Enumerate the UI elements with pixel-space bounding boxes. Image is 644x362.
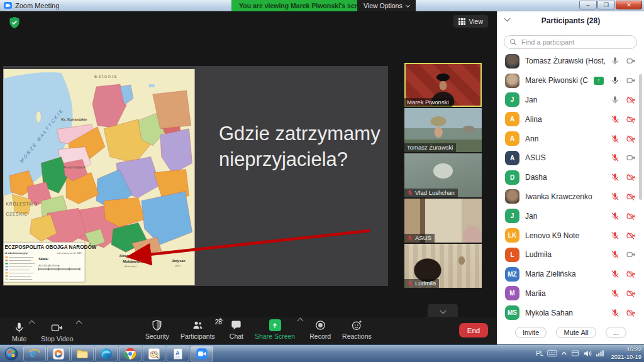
video-name-label: Marek Piwonski — [404, 98, 452, 107]
participant-row[interactable]: A Ann — [497, 129, 644, 148]
participant-name: Jan — [525, 212, 605, 221]
taskbar-word-processor[interactable]: A — [167, 346, 189, 361]
zoom-icon — [196, 348, 208, 360]
map-label-czech1: KRÓLESTWO — [6, 201, 37, 206]
taskbar-file-explorer[interactable] — [71, 346, 94, 361]
clock[interactable]: 15:22 2021-10-19 — [611, 346, 641, 361]
panel-scrollbar[interactable] — [639, 74, 642, 200]
share-screen-button[interactable]: Share Screen — [249, 317, 301, 340]
mic-muted-icon — [611, 250, 619, 259]
avatar — [505, 189, 519, 204]
taskbar-internet-explorer[interactable]: e — [23, 346, 46, 361]
participant-name: Jan — [525, 96, 605, 104]
mic-muted-icon — [611, 289, 619, 298]
more-options-button[interactable]: ... — [606, 327, 626, 338]
video-name-label: Ludmiła — [404, 279, 439, 288]
mic-muted-icon — [611, 192, 619, 201]
avatar: J — [505, 209, 519, 223]
network-icon[interactable] — [596, 349, 604, 357]
participant-name: Mariia — [525, 289, 605, 298]
avatar: A — [505, 112, 519, 126]
participant-row[interactable]: A Alina — [497, 109, 644, 129]
camera-off-icon — [626, 270, 635, 278]
record-label: Record — [309, 332, 331, 340]
participant-row[interactable]: MS Mykola Sahan — [497, 303, 644, 322]
screen-sharing-badge: ↑ — [594, 77, 604, 85]
end-meeting-button[interactable]: End — [459, 323, 488, 337]
window-titlebar: Zoom Meeting You are viewing Marek Piwon… — [0, 0, 644, 11]
map-label-estonia: Estonia — [94, 74, 118, 79]
participant-row[interactable]: A ASUS — [497, 148, 644, 168]
participant-video-name: Ludmiła — [415, 280, 436, 287]
panel-chevron-icon[interactable] — [504, 16, 511, 22]
participant-row[interactable]: Tomasz Żurawski (Host, me) — [497, 52, 644, 71]
reactions-button[interactable]: Reactions — [336, 317, 377, 340]
zoom-app-icon — [4, 2, 12, 9]
participants-title: Participants (28) — [541, 16, 600, 25]
mute-all-button[interactable]: Mute All — [556, 327, 596, 338]
participant-row[interactable]: D Dasha — [497, 168, 644, 187]
map-label-moldavia1: Hospodarstwo — [119, 254, 146, 258]
view-button[interactable]: View — [453, 15, 488, 28]
stop-video-button[interactable]: Stop Video — [35, 319, 79, 343]
participant-row[interactable]: J Jan — [497, 206, 644, 226]
participants-header: Participants (28) — [497, 11, 644, 30]
video-tile-ludmila[interactable]: Ludmiła — [404, 244, 482, 288]
avatar: M — [505, 286, 519, 300]
start-button[interactable] — [1, 346, 22, 361]
participants-button[interactable]: 28 Participants — [175, 317, 221, 340]
participant-row[interactable]: M Mariia — [497, 284, 644, 304]
taskbar-zoom[interactable] — [191, 346, 213, 361]
participant-row[interactable]: MZ Maria Zielińska — [497, 265, 644, 284]
camera-off-icon — [626, 192, 635, 201]
participant-list: Tomasz Żurawski (Host, me) Marek Piwonsk… — [497, 52, 644, 322]
taskbar-paint[interactable] — [143, 346, 165, 361]
search-input[interactable] — [520, 38, 631, 47]
internet-explorer-icon: e — [28, 348, 41, 360]
map-scale-label: Skala: — [38, 257, 48, 261]
taskbar-chrome[interactable] — [119, 346, 142, 361]
chat-button[interactable]: Chat — [224, 317, 249, 340]
participant-row[interactable]: L Ludmiła — [497, 245, 644, 265]
minimize-button[interactable]: – — [579, 1, 597, 9]
show-hidden-icons-caret[interactable] — [561, 351, 567, 356]
participant-video-name: Vlad Lushchan — [415, 189, 455, 196]
participant-row[interactable]: Iwanka Krawczenko — [497, 187, 644, 207]
avatar: D — [505, 170, 519, 185]
video-tile-marek[interactable]: Marek Piwonski — [404, 63, 482, 107]
maximize-button[interactable]: ❐ — [597, 1, 615, 9]
security-shield-icon[interactable] — [9, 16, 20, 29]
meeting-area: View — [0, 11, 497, 344]
video-tile-vlad[interactable]: Vlad Lushchan — [404, 153, 482, 197]
video-tile-tomasz[interactable]: Tomasz Żurawski — [404, 108, 482, 152]
clock-date: 2021-10-19 — [611, 353, 641, 361]
record-button[interactable]: Record — [304, 317, 336, 340]
view-options-button[interactable]: View Options — [357, 0, 416, 11]
map-note: stan prawny na rok 1619 — [57, 252, 81, 255]
mic-muted-icon — [611, 173, 619, 182]
mic-muted-icon — [611, 115, 619, 124]
system-tray: PL 15:22 2021-10-19 — [536, 344, 641, 362]
avatar: MS — [505, 305, 519, 320]
participant-row[interactable]: Marek Piwonski (Co-host) ↑ — [497, 71, 644, 90]
avatar: J — [505, 92, 519, 107]
map-label-kurlandia: Ks. Kurlandzkie — [61, 118, 87, 121]
historical-map: Estonia MORZE BAŁTYCKIE Ks. Kurlandzkie … — [3, 69, 195, 285]
language-indicator[interactable]: PL — [536, 350, 543, 357]
taskbar-media-player[interactable] — [47, 346, 70, 361]
camera-off-icon — [626, 289, 635, 298]
video-tile-asus[interactable]: ASUS — [404, 199, 482, 243]
speaker-icon[interactable] — [583, 349, 592, 358]
participant-row[interactable]: J Jan — [497, 90, 644, 110]
action-center-icon[interactable] — [571, 349, 579, 358]
taskbar-edge[interactable] — [95, 346, 118, 361]
keyboard-icon[interactable] — [547, 349, 557, 357]
stop-video-label: Stop Video — [41, 335, 73, 343]
invite-button[interactable]: Invite — [515, 327, 547, 338]
participant-row[interactable]: LK Lenovo K9 Note — [497, 226, 644, 245]
avatar: L — [505, 248, 519, 262]
security-button[interactable]: Security — [140, 317, 175, 340]
participant-name: Lenovo K9 Note — [525, 231, 605, 240]
close-button[interactable]: ✕ — [616, 1, 642, 9]
meeting-toolbar: Mute Stop Video Security 28 Participants — [0, 317, 497, 344]
